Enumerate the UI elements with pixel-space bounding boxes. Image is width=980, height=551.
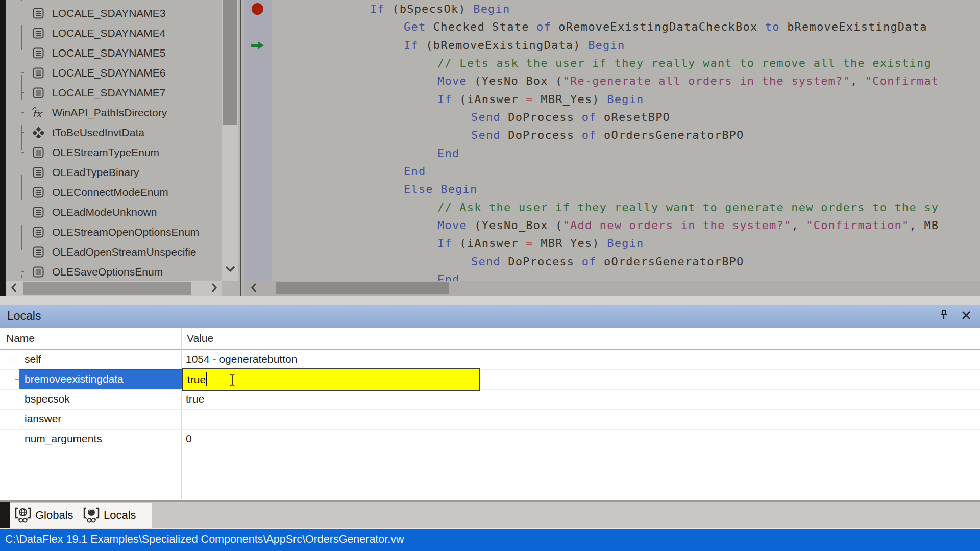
enum-icon	[32, 27, 44, 39]
editor-gutter[interactable]	[244, 0, 272, 281]
tab-globals[interactable]: Globals	[10, 503, 78, 528]
scroll-right-button[interactable]	[206, 281, 222, 296]
locals-panel: Locals Name Value self1054 - ogeneratebu…	[0, 305, 980, 502]
ide-window: LOCALE_SDAYNAME3LOCALE_SDAYNAME4LOCALE_S…	[0, 0, 980, 551]
locals-titlebar[interactable]: Locals	[0, 305, 980, 328]
locals-icon	[83, 507, 100, 523]
locals-row[interactable]: bspecsoktrue	[0, 389, 980, 410]
enum-icon	[32, 87, 44, 99]
editor-horizontal-scrollbar[interactable]	[244, 281, 980, 296]
pin-button[interactable]	[936, 309, 951, 324]
locals-table-body: self1054 - ogeneratebuttonbremoveexistin…	[0, 349, 980, 499]
value-edit-box[interactable]: true	[182, 368, 480, 391]
locals-row[interactable]: num_arguments0	[0, 429, 980, 449]
enum-icon	[32, 186, 44, 198]
chevron-left-icon	[10, 282, 18, 295]
tree-connector	[15, 439, 23, 439]
code-line: End	[272, 162, 426, 181]
expand-plus-icon[interactable]	[8, 355, 17, 364]
tree-guide-line	[15, 319, 15, 428]
enum-icon	[32, 206, 44, 218]
tree-item[interactable]: fxWinAPI_PathIsDirectory	[6, 103, 222, 122]
breakpoint-icon[interactable]	[252, 3, 263, 15]
tree-item[interactable]: LOCALE_SDAYNAME3	[6, 3, 222, 23]
tree-item[interactable]: LOCALE_SDAYNAME7	[6, 83, 222, 103]
tree-item[interactable]: OLEadOpenStreamUnspecifie	[6, 242, 222, 262]
tree-item-label: LOCALE_SDAYNAME7	[52, 87, 166, 99]
symbol-tree-panel: LOCALE_SDAYNAME3LOCALE_SDAYNAME4LOCALE_S…	[6, 0, 222, 281]
svg-text:fx: fx	[32, 108, 43, 120]
tree-connector	[21, 152, 30, 153]
tab-locals[interactable]: Locals	[78, 503, 152, 528]
tree-item-label: WinAPI_PathIsDirectory	[52, 107, 167, 119]
enum-icon	[32, 67, 44, 79]
tree-item-label: LOCALE_SDAYNAME4	[52, 27, 166, 39]
enum-icon	[32, 266, 44, 278]
tab-label: Globals	[35, 509, 74, 522]
tree-connector	[21, 72, 30, 73]
tree-connector	[21, 53, 30, 53]
splitter-strip[interactable]	[0, 296, 980, 305]
variable-value[interactable]: 1054 - ogeneratebutton	[186, 349, 297, 369]
column-header-value[interactable]: Value	[187, 328, 213, 349]
tree-item[interactable]: LOCALE_SDAYNAME4	[6, 23, 222, 43]
variable-value[interactable]: true	[186, 389, 204, 409]
locals-table-header: Name Value	[0, 328, 980, 350]
tree-item-label: OLESaveOptionsEnum	[52, 266, 163, 278]
tabbar-edge-strip	[0, 502, 10, 528]
variable-value[interactable]: 0	[186, 429, 192, 448]
code-line: Send DoProcess of oResetBPO	[272, 108, 670, 127]
status-bar: C:\DataFlex 19.1 Examples\Specialized Co…	[0, 529, 980, 551]
enum-icon	[32, 246, 44, 258]
code-line: Move (YesNo_Box ("Re-generate all orders…	[272, 72, 939, 90]
enum-icon	[32, 47, 44, 59]
locals-row[interactable]: self1054 - ogeneratebutton	[0, 349, 980, 370]
text-caret	[206, 372, 207, 386]
tree-connector	[21, 172, 30, 172]
scroll-left-button[interactable]	[6, 281, 21, 296]
code-line: Send DoProcess of oOrdersGeneratorBPO	[272, 126, 744, 144]
variable-name: bremoveexistingdata	[24, 370, 124, 388]
locals-row[interactable]: bremoveexistingdata	[0, 369, 980, 390]
current-file-path: C:\DataFlex 19.1 Examples\Specialized Co…	[5, 529, 404, 550]
tree-item[interactable]: OLEadTypeBinary	[6, 162, 222, 182]
tree-item-label: OLEStreamTypeEnum	[52, 146, 159, 159]
tree-item[interactable]: tToBeUsedInvtData	[6, 122, 222, 142]
code-line: // Ask the user if they really want to g…	[272, 198, 939, 217]
tree-item[interactable]: OLEStreamTypeEnum	[6, 142, 222, 162]
tree-connector	[21, 252, 30, 252]
tree-connector	[21, 33, 30, 33]
tree-item[interactable]: OLEStreamOpenOptionsEnum	[6, 222, 222, 242]
editor-horizontal-scrollbar-thumb[interactable]	[276, 282, 449, 294]
tree-vertical-scrollbar-thumb[interactable]	[223, 0, 237, 125]
tree-item[interactable]: LOCALE_SDAYNAME5	[6, 43, 222, 63]
tree-vertical-scrollbar[interactable]	[222, 0, 238, 281]
tree-connector	[15, 419, 23, 419]
variable-name: bspecsok	[24, 389, 70, 409]
locals-row[interactable]: ianswer	[0, 409, 980, 430]
tree-connector	[21, 112, 30, 113]
symbol-tree: LOCALE_SDAYNAME3LOCALE_SDAYNAME4LOCALE_S…	[6, 3, 222, 281]
tree-item[interactable]: LOCALE_SDAYNAME6	[6, 63, 222, 83]
column-header-name[interactable]: Name	[6, 328, 35, 349]
tree-item[interactable]: OLEadModeUnknown	[6, 202, 222, 222]
enum-icon	[32, 7, 44, 19]
panel-divider	[240, 0, 241, 297]
tree-item[interactable]: OLESaveOptionsEnum	[6, 262, 222, 281]
tree-connector	[21, 271, 30, 272]
debug-tab-bar: GlobalsLocals	[0, 502, 980, 528]
tree-horizontal-scrollbar[interactable]	[6, 281, 222, 296]
pin-icon	[937, 309, 950, 324]
variable-name: num_arguments	[24, 429, 102, 448]
tree-connector	[15, 399, 23, 399]
tree-item[interactable]: OLEConnectModeEnum	[6, 182, 222, 202]
scroll-down-button[interactable]	[222, 261, 238, 279]
chevron-right-icon	[210, 282, 218, 295]
close-button[interactable]	[959, 309, 974, 324]
code-line: If (bSpecsOk) Begin	[272, 0, 510, 18]
tab-label: Locals	[104, 509, 136, 522]
code-line: End	[272, 144, 459, 163]
scroll-left-button[interactable]	[246, 281, 261, 296]
tree-horizontal-scrollbar-thumb[interactable]	[23, 282, 191, 295]
editor-workspace: LOCALE_SDAYNAME3LOCALE_SDAYNAME4LOCALE_S…	[0, 0, 980, 305]
